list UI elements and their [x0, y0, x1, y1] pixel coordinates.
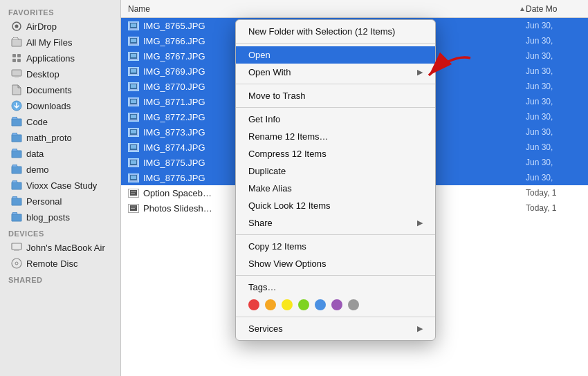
sidebar-item-label: Documents	[26, 85, 72, 95]
svg-rect-26	[131, 115, 136, 118]
file-icon	[128, 128, 139, 137]
file-date: Jun 30,	[526, 97, 581, 106]
sidebar-item-documents[interactable]: Documents	[3, 82, 118, 97]
file-date: Jun 30,	[526, 82, 581, 91]
file-date: Jun 30,	[526, 21, 581, 30]
ctx-label: Get Info	[248, 114, 280, 124]
ctx-label: Open With	[248, 67, 291, 77]
svg-rect-22	[131, 84, 136, 88]
sort-arrow: ▲	[519, 5, 526, 12]
ctx-label: Rename 12 Items…	[248, 131, 329, 142]
submenu-arrow-icon: ▶	[417, 324, 423, 333]
sidebar-item-airdrop[interactable]: AirDrop	[3, 19, 118, 34]
ctx-separator	[236, 317, 435, 317]
ctx-label: Copy 12 Items	[248, 241, 306, 252]
ctx-label: Duplicate	[248, 166, 286, 176]
computer-icon	[11, 242, 22, 253]
sidebar-item-data[interactable]: data	[3, 146, 118, 161]
file-icon	[128, 97, 139, 106]
folder-icon	[11, 212, 22, 223]
desktop-icon	[11, 68, 22, 79]
ctx-services[interactable]: Services ▶	[236, 320, 435, 337]
tag-dot-orange[interactable]	[265, 299, 276, 310]
ctx-label: New Folder with Selection (12 Items)	[248, 26, 395, 37]
ctx-copy[interactable]: Copy 12 Items	[236, 238, 435, 255]
ctx-duplicate[interactable]: Duplicate	[236, 162, 435, 180]
tag-dot-yellow[interactable]	[282, 299, 293, 310]
svg-point-11	[12, 258, 21, 268]
svg-rect-28	[131, 130, 136, 133]
context-menu: New Folder with Selection (12 Items) Ope…	[235, 19, 436, 341]
tag-dot-green[interactable]	[298, 299, 309, 310]
ctx-label: Quick Look 12 Items	[248, 200, 331, 211]
ctx-label: Open	[248, 50, 270, 60]
ctx-separator	[236, 43, 435, 44]
svg-rect-24	[131, 100, 136, 103]
file-icon	[128, 173, 139, 182]
tag-dot-gray[interactable]	[348, 299, 359, 310]
submenu-arrow-icon: ▶	[417, 218, 423, 227]
sidebar-item-macbook[interactable]: John's MacBook Air	[3, 240, 118, 255]
sidebar-item-vioxx[interactable]: Vioxx Case Study	[3, 178, 118, 193]
file-date: Jun 30,	[526, 66, 581, 76]
ctx-compress[interactable]: Compress 12 Items	[236, 145, 435, 162]
sidebar-item-label: math_proto	[26, 133, 72, 143]
tag-dot-blue[interactable]	[315, 299, 326, 310]
sidebar-item-demo[interactable]: demo	[3, 162, 118, 177]
ctx-make-alias[interactable]: Make Alias	[236, 180, 435, 197]
favorites-section-label: Favorites	[0, 4, 120, 18]
ctx-quick-look[interactable]: Quick Look 12 Items	[236, 197, 435, 214]
sidebar-item-label: Vioxx Case Study	[26, 180, 97, 191]
sidebar-item-math-proto[interactable]: math_proto	[3, 130, 118, 145]
tag-dot-purple[interactable]	[331, 299, 342, 310]
sidebar-item-desktop[interactable]: Desktop	[3, 66, 118, 82]
file-icon	[128, 52, 139, 61]
svg-rect-9	[12, 243, 21, 250]
svg-rect-37	[131, 193, 135, 194]
ctx-label: Share	[248, 218, 273, 228]
svg-rect-7	[15, 76, 19, 77]
file-date: Jun 30,	[526, 36, 581, 46]
shared-section-label: Shared	[0, 272, 120, 285]
ctx-label: Show View Options	[248, 258, 327, 269]
sidebar-item-remote-disc[interactable]: Remote Disc	[3, 256, 118, 271]
ctx-open[interactable]: Open	[236, 46, 435, 64]
svg-rect-14	[131, 24, 136, 27]
sidebar-item-code[interactable]: Code	[3, 114, 118, 129]
folder-icon	[11, 196, 22, 207]
file-icon	[128, 143, 139, 152]
ctx-separator	[236, 84, 435, 84]
file-date: Today, 1	[526, 188, 581, 198]
file-icon	[128, 21, 139, 30]
sidebar-item-personal[interactable]: Personal	[3, 194, 118, 209]
file-icon	[128, 67, 139, 76]
file-date: Jun 30,	[526, 173, 581, 182]
svg-rect-40	[131, 208, 135, 209]
sidebar-item-all-my-files[interactable]: All My Files	[3, 35, 118, 50]
devices-section-label: Devices	[0, 225, 120, 239]
svg-rect-36	[131, 191, 136, 192]
folder-icon	[11, 116, 22, 127]
sidebar-item-downloads[interactable]: Downloads	[3, 98, 118, 113]
tag-dot-red[interactable]	[248, 299, 259, 310]
folder-icon	[11, 148, 22, 159]
sidebar-item-label: Remote Disc	[26, 258, 77, 269]
ctx-get-info[interactable]: Get Info	[236, 111, 435, 128]
sidebar-item-applications[interactable]: Applications	[3, 50, 118, 66]
ctx-tags[interactable]: Tags…	[236, 279, 435, 296]
ctx-show-view-options[interactable]: Show View Options	[236, 255, 435, 272]
svg-rect-6	[12, 70, 21, 76]
ctx-new-folder[interactable]: New Folder with Selection (12 Items)	[236, 23, 435, 40]
svg-rect-39	[131, 207, 136, 207]
svg-rect-4	[12, 59, 16, 62]
col-name-header: Name	[128, 4, 516, 14]
ctx-share[interactable]: Share ▶	[236, 214, 435, 232]
ctx-rename[interactable]: Rename 12 Items…	[236, 128, 435, 145]
sidebar-item-label: Code	[26, 117, 48, 127]
ctx-move-to-trash[interactable]: Move to Trash	[236, 87, 435, 104]
svg-rect-18	[131, 54, 136, 57]
ctx-label: Tags…	[248, 282, 276, 292]
sidebar-item-blog-posts[interactable]: blog_posts	[3, 209, 118, 225]
ctx-tag-colors-row	[236, 296, 435, 314]
ctx-open-with[interactable]: Open With ▶	[236, 64, 435, 81]
